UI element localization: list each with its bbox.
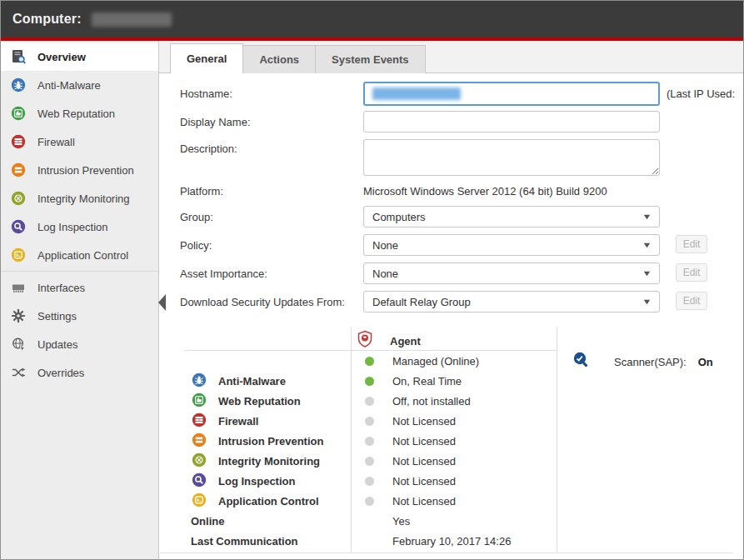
sidebar-item-application-control[interactable]: Application Control	[1, 241, 158, 269]
policy-selected-value: None	[372, 239, 398, 252]
description-input[interactable]	[363, 139, 660, 176]
computer-details-window: Computer: Overview Anti-Malware Web Repu…	[0, 0, 744, 560]
sidebar-item-label: Overrides	[37, 367, 84, 379]
integrity-monitoring-icon	[10, 191, 27, 206]
tab-actions[interactable]: Actions	[242, 45, 316, 73]
module-label: Application Control	[192, 491, 319, 511]
group-select[interactable]: Computers ▼	[363, 206, 660, 228]
title-bar: Computer:	[1, 1, 743, 38]
status-value: Yes	[392, 511, 410, 531]
scanner-label: Scanner(SAP):	[614, 356, 687, 368]
display-name-row: Display Name:	[180, 111, 660, 132]
sidebar-item-updates[interactable]: Updates	[1, 330, 158, 358]
chevron-down-icon: ▼	[642, 298, 652, 306]
status-row: Anti-Malware On, Real Time	[180, 371, 735, 391]
asset-importance-label: Asset Importance:	[180, 268, 363, 280]
display-name-input[interactable]	[363, 111, 660, 132]
status-section-bottom-line	[160, 552, 733, 553]
scanner-icon	[572, 350, 592, 373]
status-value: Not Licensed	[392, 431, 456, 451]
agent-header-label: Agent	[390, 335, 421, 348]
sidebar-item-intrusion-prevention[interactable]: Intrusion Prevention	[1, 156, 158, 184]
status-value: February 10, 2017 14:26	[392, 531, 511, 551]
hostname-input[interactable]	[363, 82, 660, 106]
online-label: Online	[191, 511, 224, 531]
module-label: Web Reputation	[192, 391, 301, 411]
sidebar-item-label: Application Control	[37, 249, 128, 262]
status-row: Web Reputation Off, not installed	[180, 391, 735, 411]
sidebar-item-overrides[interactable]: Overrides	[1, 358, 158, 387]
application-control-icon	[10, 248, 27, 262]
sidebar-item-label: Overview	[37, 51, 86, 63]
updates-icon	[10, 337, 27, 352]
sidebar-item-web-reputation[interactable]: Web Reputation	[1, 99, 158, 128]
policy-edit-button[interactable]: Edit	[676, 235, 707, 253]
status-value: Not Licensed	[392, 451, 456, 471]
asset-importance-select[interactable]: None ▼	[363, 262, 660, 284]
module-label: Integrity Monitoring	[192, 451, 320, 471]
sidebar: Overview Anti-Malware Web Reputation Fir…	[1, 41, 159, 559]
hostname-label: Hostname:	[180, 88, 363, 100]
display-name-label: Display Name:	[180, 116, 363, 128]
gear-icon	[10, 308, 27, 323]
status-value: On, Real Time	[392, 371, 462, 391]
status-row: Online Yes	[180, 511, 735, 531]
firewall-icon	[192, 412, 207, 430]
tab-label: Actions	[259, 53, 299, 66]
description-label: Description:	[180, 139, 363, 155]
chevron-down-icon: ▼	[642, 269, 652, 278]
sidebar-item-label: Anti-Malware	[37, 79, 101, 92]
status-dot-green	[365, 377, 374, 386]
status-value: Managed (Online)	[392, 351, 479, 371]
platform-value: Microsoft Windows Server 2012 (64 bit) B…	[363, 185, 607, 198]
download-updates-edit-button[interactable]: Edit	[676, 292, 707, 310]
sidebar-item-label: Log Inspection	[37, 221, 108, 233]
scanner-value: On	[698, 356, 713, 368]
sidebar-item-integrity-monitoring[interactable]: Integrity Monitoring	[1, 184, 158, 212]
firewall-icon	[10, 134, 27, 149]
sidebar-item-settings[interactable]: Settings	[1, 302, 158, 330]
intrusion-prevention-icon	[10, 162, 27, 178]
download-updates-label: Download Security Updates From:	[180, 296, 363, 308]
asset-importance-row: Asset Importance: None ▼	[180, 262, 660, 284]
sidebar-item-log-inspection[interactable]: Log Inspection	[1, 212, 158, 241]
sidebar-item-interfaces[interactable]: Interfaces	[1, 273, 158, 302]
status-value: Not Licensed	[392, 491, 456, 511]
intrusion-prevention-icon	[192, 432, 207, 450]
overview-icon	[10, 48, 27, 65]
status-row: Last Communication February 10, 2017 14:…	[180, 531, 735, 551]
anti-malware-icon	[192, 372, 207, 390]
asset-importance-edit-button[interactable]: Edit	[676, 263, 707, 282]
sidebar-item-overview[interactable]: Overview	[1, 42, 158, 71]
tab-label: System Events	[332, 53, 409, 66]
sidebar-item-label: Interfaces	[37, 282, 85, 294]
status-dot-gray	[365, 477, 374, 486]
download-updates-select[interactable]: Default Relay Group ▼	[363, 291, 660, 312]
log-inspection-icon	[10, 219, 27, 234]
tab-system-events[interactable]: System Events	[315, 45, 426, 73]
sidebar-item-firewall[interactable]: Firewall	[1, 128, 158, 156]
module-label: Intrusion Prevention	[192, 431, 323, 451]
description-row: Description:	[180, 139, 660, 176]
sidebar-collapse-handle[interactable]	[158, 294, 166, 311]
overrides-icon	[10, 365, 27, 380]
web-reputation-icon	[10, 106, 27, 121]
sidebar-item-anti-malware[interactable]: Anti-Malware	[1, 71, 158, 99]
status-value: Off, not installed	[392, 391, 471, 411]
web-reputation-icon	[192, 392, 207, 410]
policy-label: Policy:	[180, 239, 363, 252]
policy-select[interactable]: None ▼	[363, 234, 660, 256]
status-row: Firewall Not Licensed	[180, 411, 735, 431]
tab-general[interactable]: General	[170, 43, 243, 73]
status-value: Not Licensed	[392, 471, 456, 491]
status-row: Intrusion Prevention Not Licensed	[180, 431, 735, 451]
download-updates-row: Download Security Updates From: Default …	[180, 291, 660, 312]
group-label: Group:	[180, 211, 363, 223]
status-row: Log Inspection Not Licensed	[180, 471, 735, 491]
status-dot-green	[365, 357, 374, 366]
status-row: Application Control Not Licensed	[180, 491, 735, 511]
module-label: Anti-Malware	[192, 371, 286, 391]
status-dot-gray	[365, 437, 374, 446]
last-ip-note: (Last IP Used:	[667, 88, 735, 100]
module-label: Firewall	[192, 411, 258, 431]
